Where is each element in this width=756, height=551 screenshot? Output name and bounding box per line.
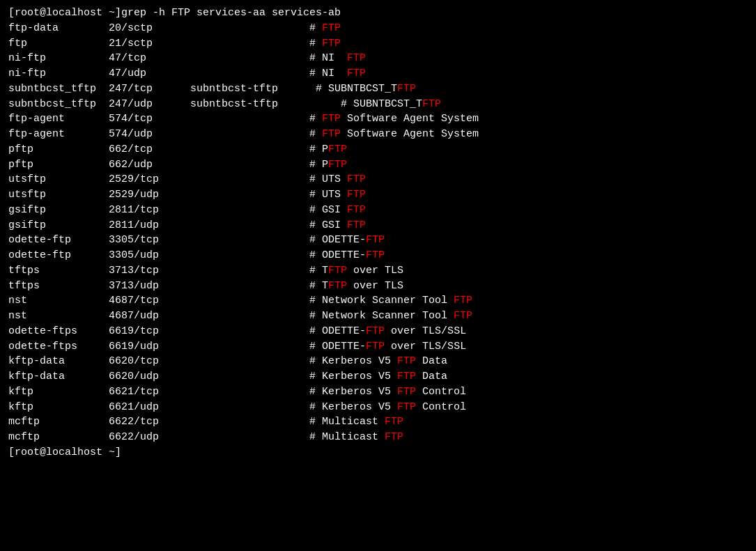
output-line-28: mcftp 6622/udp # Multicast FTP xyxy=(8,430,748,445)
output-line-27: mcftp 6622/tcp # Multicast FTP xyxy=(8,414,748,430)
terminal-container: [root@localhost ~]grep -h FTP services-a… xyxy=(8,6,748,460)
output-line-25: kftp 6621/tcp # Kerberos V5 FTP Control xyxy=(8,385,748,400)
final-prompt[interactable]: [root@localhost ~] xyxy=(8,445,748,460)
output-line-2: ftp 21/sctp # FTP xyxy=(8,36,748,52)
output-line-22: odette-ftps 6619/udp # ODETTE-FTP over T… xyxy=(8,339,748,355)
output-line-8: ftp-agent 574/udp # FTP Software Agent S… xyxy=(8,127,748,142)
output-line-16: odette-ftp 3305/udp # ODETTE-FTP xyxy=(8,248,748,263)
output-line-6: subntbcst_tftp 247/udp subntbcst-tftp # … xyxy=(8,97,748,112)
output-line-23: kftp-data 6620/tcp # Kerberos V5 FTP Dat… xyxy=(8,354,748,369)
command-line: [root@localhost ~]grep -h FTP services-a… xyxy=(8,6,748,21)
output-line-13: gsiftp 2811/tcp # GSI FTP xyxy=(8,203,748,218)
output-line-11: utsftp 2529/tcp # UTS FTP xyxy=(8,172,748,187)
output-line-10: pftp 662/udp # PFTP xyxy=(8,157,748,173)
output-line-17: tftps 3713/tcp # TFTP over TLS xyxy=(8,263,748,279)
output-line-26: kftp 6621/udp # Kerberos V5 FTP Control xyxy=(8,400,748,415)
output-line-14: gsiftp 2811/udp # GSI FTP xyxy=(8,218,748,233)
output-line-20: nst 4687/udp # Network Scanner Tool FTP xyxy=(8,309,748,324)
output-line-21: odette-ftps 6619/tcp # ODETTE-FTP over T… xyxy=(8,324,748,339)
output-line-12: utsftp 2529/udp # UTS FTP xyxy=(8,187,748,203)
output-line-5: subntbcst_tftp 247/tcp subntbcst-tftp # … xyxy=(8,82,748,97)
output-line-7: ftp-agent 574/tcp # FTP Software Agent S… xyxy=(8,111,748,127)
output-line-18: tftps 3713/udp # TFTP over TLS xyxy=(8,279,748,294)
output-line-24: kftp-data 6620/udp # Kerberos V5 FTP Dat… xyxy=(8,369,748,385)
output-line-3: ni-ftp 47/tcp # NI FTP xyxy=(8,51,748,66)
output-line-19: nst 4687/tcp # Network Scanner Tool FTP xyxy=(8,293,748,309)
output-line-15: odette-ftp 3305/tcp # ODETTE-FTP xyxy=(8,233,748,248)
output-line-1: ftp-data 20/sctp # FTP xyxy=(8,21,748,36)
output-line-9: pftp 662/tcp # PFTP xyxy=(8,142,748,157)
output-line-4: ni-ftp 47/udp # NI FTP xyxy=(8,66,748,82)
